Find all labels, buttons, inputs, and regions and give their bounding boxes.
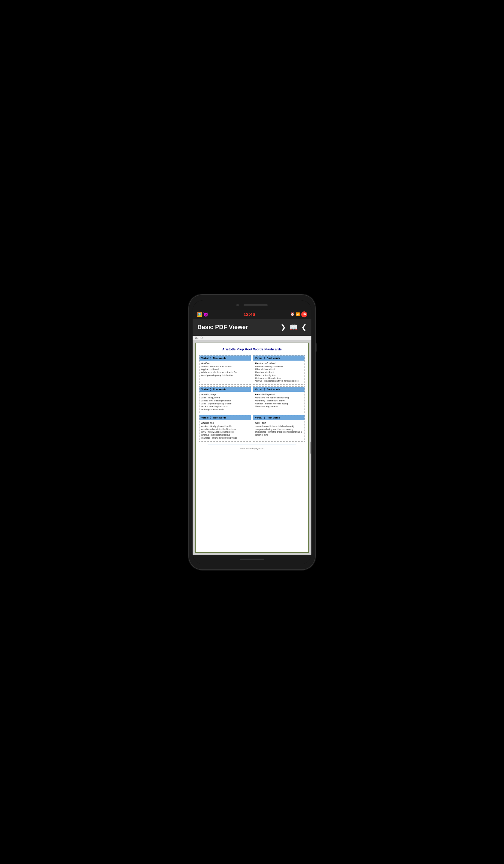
flashcard-ab: Verbal ❯ Root words Ab- down, off, witho…: [253, 355, 305, 385]
nav-forward-button[interactable]: ❯: [280, 323, 286, 331]
card-verbal-label-am: Verbal: [201, 416, 208, 419]
cards-row-3: Verbal ❯ Root words Am,ami- love amiable…: [199, 415, 305, 442]
power-button: [315, 343, 316, 352]
phone-bottom-bar: [193, 555, 311, 564]
card-verbal-label-a: Verbal: [201, 357, 208, 359]
status-time: 12:46: [208, 312, 290, 317]
card-arrow-am: ❯: [210, 416, 212, 419]
phone-screen: 🖼️ 😈 12:46 ⏰ 📶 96 Basic PDF Viewer ❯ 📖 ❮…: [193, 300, 311, 564]
card-root-label-a: Root words: [213, 357, 226, 359]
card-entries-arch: Archbishop - the highest ranking bishop …: [255, 396, 303, 408]
card-root-label-arch: Root words: [267, 388, 280, 391]
card-header-ambi: Verbal ❯ Root words: [253, 415, 304, 420]
card-verbal-label-ambi: Verbal: [255, 416, 262, 419]
app-title: Basic PDF Viewer: [197, 324, 277, 331]
phone-frame: 🖼️ 😈 12:46 ⏰ 📶 96 Basic PDF Viewer ❯ 📖 ❮…: [189, 295, 315, 569]
card-body-ab: Ab- down, off, without Abnormal- deviati…: [253, 362, 304, 383]
card-verbal-label-ab: Verbal: [255, 357, 262, 359]
app-header: Basic PDF Viewer ❯ 📖 ❮: [193, 319, 311, 336]
card-entries-ac: Acute – sharp, severe Acerbic –sour or a…: [201, 396, 249, 411]
wifi-icon: 📶: [296, 312, 300, 316]
card-header-am: Verbal ❯ Root words: [200, 415, 251, 420]
pdf-area[interactable]: Aristotle Prep Root Words Flashcards Ver…: [193, 340, 311, 555]
flashcard-am: Verbal ❯ Root words Am,ami- love amiable…: [199, 415, 251, 442]
card-root-label-ab: Root words: [267, 357, 280, 359]
card-body-a: A-without Amoral – neither moral nor imm…: [200, 362, 251, 377]
card-body-am: Am,ami- love amiable - friendly, pleasan…: [200, 422, 251, 440]
status-bar: 🖼️ 😈 12:46 ⏰ 📶 96: [193, 310, 311, 319]
card-root-ab: Ab- down, off, without: [255, 362, 303, 364]
card-arrow-arch: ❯: [263, 388, 265, 391]
card-entries-am: amiable - friendly, pleasant, lovable am…: [201, 425, 249, 440]
status-right-icons: ⏰ 📶 96: [290, 311, 307, 317]
card-root-ac: Ac-bitter, sharp: [201, 393, 249, 395]
speaker: [243, 304, 267, 306]
footer-divider: [208, 445, 296, 445]
card-arrow-ac: ❯: [210, 388, 212, 391]
card-root-a: A-without: [201, 362, 249, 364]
flashcard-arch: Verbal ❯ Root words Arch- chief/importan…: [253, 386, 305, 413]
card-body-ambi: Ambi –both ambidextrous -able to use bot…: [253, 422, 304, 436]
flashcard-a: Verbal ❯ Root words A-without Amoral – n…: [199, 355, 251, 385]
bottom-speaker: [240, 559, 264, 560]
nav-book-button[interactable]: 📖: [289, 323, 298, 331]
alarm-icon: ⏰: [290, 312, 295, 316]
card-entries-ambi: ambidextrous -able to use both hands equ…: [255, 425, 303, 436]
scroll-indicator: [310, 442, 311, 454]
footer-url: www.aristotleprep.com: [199, 447, 305, 450]
card-verbal-label-ac: Verbal: [201, 388, 208, 391]
cards-row-1: Verbal ❯ Root words A-without Amoral – n…: [199, 355, 305, 385]
card-root-am: Am,ami- love: [201, 422, 249, 424]
card-root-ambi: Ambi –both: [255, 422, 303, 424]
card-body-arch: Arch- chief/important Archbishop - the h…: [253, 393, 304, 408]
card-verbal-label-arch: Verbal: [255, 388, 262, 391]
card-root-label-ambi: Root words: [267, 416, 280, 419]
flashcard-ac: Verbal ❯ Root words Ac-bitter, sharp Acu…: [199, 386, 251, 413]
phone-top-bar: [193, 300, 311, 310]
card-root-arch: Arch- chief/important: [255, 393, 303, 395]
pdf-title: Aristotle Prep Root Words Flashcards: [199, 347, 305, 351]
cards-row-2: Verbal ❯ Root words Ac-bitter, sharp Acu…: [199, 386, 305, 413]
card-entries-a: Amoral – neither moral nor immoral Atypi…: [201, 365, 249, 377]
card-header-arch: Verbal ❯ Root words: [253, 387, 304, 392]
notification-icon-2: 😈: [203, 312, 208, 317]
card-header-ac: Verbal ❯ Root words: [200, 387, 251, 392]
camera: [237, 304, 239, 306]
card-arrow-a: ❯: [210, 357, 212, 359]
card-arrow-ab: ❯: [263, 357, 265, 359]
notification-icon-1: 🖼️: [197, 312, 202, 317]
page-indicator: 0 / 10: [193, 336, 311, 340]
card-root-label-am: Root words: [213, 416, 226, 419]
card-body-ac: Ac-bitter, sharp Acute – sharp, severe A…: [200, 393, 251, 411]
status-left-icons: 🖼️ 😈: [197, 312, 208, 317]
nav-back-button[interactable]: ❮: [301, 323, 307, 331]
card-entries-ab: Abnormal- deviating from normal Abhor – …: [255, 365, 303, 383]
card-header-ab: Verbal ❯ Root words: [253, 356, 304, 361]
flashcard-ambi: Verbal ❯ Root words Ambi –both ambidextr…: [253, 415, 305, 442]
pdf-page: Aristotle Prep Root Words Flashcards Ver…: [195, 343, 309, 553]
battery-indicator: 96: [301, 311, 307, 317]
card-arrow-ambi: ❯: [263, 416, 265, 419]
card-root-label-ac: Root words: [213, 388, 226, 391]
card-header-a: Verbal ❯ Root words: [200, 356, 251, 361]
